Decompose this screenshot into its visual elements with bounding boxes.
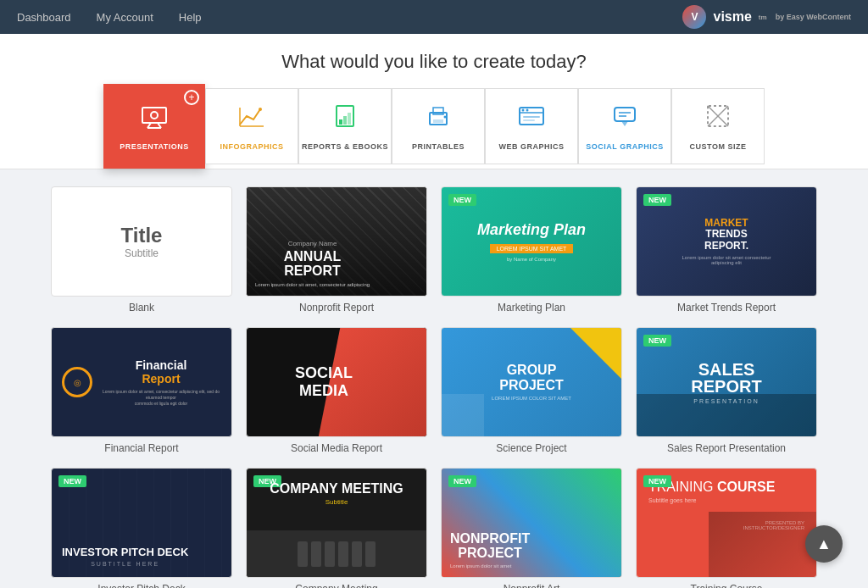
template-financial[interactable]: ◎ FinancialReport Lorem ipsum dolor sit … [51, 327, 232, 454]
template-company-meeting[interactable]: NEW COMPANY MEETING Subtitle Company Mee… [246, 468, 427, 588]
template-grid: Title Subtitle Blank Company Name ANNUAL… [51, 186, 817, 588]
social-icon [609, 101, 640, 137]
meeting-text: COMPANY MEETING [270, 481, 403, 496]
na-sub: Lorem ipsum dolor sit amet [450, 563, 511, 569]
template-sales-report[interactable]: NEW SALESREPORT PRESENTATION Sales Repor… [636, 327, 817, 454]
nav-help[interactable]: Help [179, 11, 202, 24]
svg-marker-23 [621, 121, 628, 126]
scroll-up-icon: ▲ [816, 535, 832, 553]
plus-icon: + [184, 90, 199, 105]
main-content: Title Subtitle Blank Company Name ANNUAL… [0, 169, 868, 588]
market-trends-thumb: NEW MARKETTRENDSREPORT. Lorem ipsum dolo… [636, 186, 817, 297]
tab-custom-size[interactable]: CUSTOM SIZE [671, 88, 765, 164]
svg-rect-21 [523, 119, 535, 121]
tab-reports[interactable]: REPORTS & EBOOKS [298, 88, 392, 164]
svg-point-19 [526, 108, 529, 111]
template-investor-pitch[interactable]: NEW INVESTOR PITCH DECK SUBTITLE HERE In… [51, 468, 232, 588]
social-media-thumb: SOCIALMEDIA [246, 327, 427, 437]
blank-title: Title [121, 224, 163, 247]
marketing-plan-name: Marketing Plan [441, 302, 622, 313]
nonprofit-text: Company Name ANNUALREPORT Lorem ipsum do… [255, 240, 370, 287]
art-new-badge: NEW [448, 475, 476, 487]
svg-rect-14 [433, 119, 443, 123]
tab-presentations[interactable]: + PRESENTATIONS [103, 84, 205, 169]
template-science-project[interactable]: GROUPPROJECTLOREM IPSUM COLOR SIT AMET S… [441, 327, 622, 454]
nonprofit-report-name: Nonprofit Report [246, 302, 427, 313]
meeting-sub: Subtitle [326, 498, 348, 506]
training-new-badge: NEW [643, 475, 671, 487]
na-text: NONPROFITPROJECT [450, 531, 530, 561]
web-icon [516, 101, 547, 137]
navbar: Dashboard My Account Help V visme tm by … [0, 0, 868, 34]
svg-point-5 [259, 108, 262, 111]
science-project-name: Science Project [441, 442, 622, 454]
training-sub: Subtitle goes here [648, 497, 696, 503]
sales-report-name: Sales Report Presentation [636, 442, 817, 454]
sales-new-badge: NEW [643, 335, 671, 347]
nav-dashboard[interactable]: Dashboard [17, 11, 71, 24]
infographics-icon [236, 101, 267, 137]
category-tabs: + PRESENTATIONS [0, 88, 868, 169]
brand-logo: V [682, 5, 706, 29]
financial-thumb: ◎ FinancialReport Lorem ipsum dolor sit … [51, 327, 232, 437]
marketing-new-badge: NEW [448, 194, 476, 206]
printables-icon [423, 101, 453, 137]
nav-account[interactable]: My Account [97, 11, 153, 24]
template-nonprofit-art[interactable]: NEW NONPROFITPROJECT Lorem ipsum dolor s… [441, 468, 622, 588]
template-marketing-plan[interactable]: NEW Marketing Plan LOREM IPSUM SIT AMET … [441, 186, 622, 313]
tab-printables[interactable]: PRINTABLES [392, 88, 485, 164]
market-trends-new-badge: NEW [643, 194, 671, 206]
gp-shape1 [570, 328, 621, 379]
investor-thumb: NEW INVESTOR PITCH DECK SUBTITLE HERE [51, 468, 232, 578]
template-nonprofit-report[interactable]: Company Name ANNUALREPORT Lorem ipsum do… [246, 186, 427, 313]
company-meeting-name: Company Meeting [246, 583, 427, 588]
marketing-thumb: NEW Marketing Plan LOREM IPSUM SIT AMET … [441, 186, 622, 297]
infographics-label: INFOGRAPHICS [220, 142, 283, 153]
investor-new-badge: NEW [58, 475, 86, 487]
market-trends-name: Market Trends Report [636, 302, 817, 313]
market-trends-inner: MARKETTRENDSREPORT. Lorem ipsum dolor si… [673, 209, 779, 274]
brand-name: visme [713, 9, 751, 25]
svg-rect-20 [523, 116, 540, 118]
tab-infographics[interactable]: INFOGRAPHICS [205, 88, 298, 164]
reports-icon [330, 101, 360, 137]
template-market-trends[interactable]: NEW MARKETTRENDSREPORT. Lorem ipsum dolo… [636, 186, 817, 313]
nonprofit-art-thumb: NEW NONPROFITPROJECT Lorem ipsum dolor s… [441, 468, 622, 578]
blank-name: Blank [51, 302, 232, 313]
svg-point-4 [151, 112, 158, 119]
reports-label: REPORTS & EBOOKS [302, 142, 388, 153]
template-blank[interactable]: Title Subtitle Blank [51, 186, 232, 313]
custom-icon [703, 101, 733, 137]
blank-thumb: Title Subtitle [51, 186, 232, 297]
financial-name: Financial Report [51, 442, 232, 454]
nonprofit-report-thumb: Company Name ANNUALREPORT Lorem ipsum do… [246, 186, 427, 297]
nav-links: Dashboard My Account Help [17, 11, 202, 24]
gp-shape2 [442, 394, 484, 436]
company-meeting-thumb: NEW COMPANY MEETING Subtitle [246, 468, 427, 578]
gp-text: GROUPPROJECTLOREM IPSUM COLOR SIT AMET [492, 363, 571, 402]
tab-social-graphics[interactable]: SOCIAL GRAPHICS [578, 88, 671, 164]
svg-rect-11 [348, 113, 351, 125]
blank-subtitle: Subtitle [125, 247, 159, 259]
training-name: Training Course [636, 583, 817, 588]
template-social-media[interactable]: SOCIALMEDIA Social Media Report [246, 327, 427, 454]
investor-pitch-name: Investor Pitch Deck [51, 583, 232, 588]
svg-rect-0 [142, 108, 166, 123]
presentations-icon [139, 101, 170, 137]
meeting-chairs [247, 530, 426, 577]
custom-size-label: CUSTOM SIZE [690, 142, 747, 153]
training-by: PRESENTED BYINSTRUCTOR/DESIGNER [648, 520, 804, 530]
svg-rect-22 [615, 108, 635, 121]
svg-point-18 [522, 108, 525, 111]
scroll-up-button[interactable]: ▲ [805, 525, 843, 563]
social-media-text: SOCIALMEDIA [295, 364, 353, 400]
svg-rect-10 [343, 116, 347, 125]
tab-web-graphics[interactable]: WEB GRAPHICS [485, 88, 578, 164]
svg-rect-9 [339, 119, 342, 125]
sr-text: SALESREPORT PRESENTATION [691, 361, 761, 404]
template-training[interactable]: NEW TRAINING COURSE Subtitle goes here P… [636, 468, 817, 588]
printables-label: PRINTABLES [412, 142, 465, 153]
nonprofit-art-name: Nonprofit Art [441, 583, 622, 588]
brand: V visme tm by Easy WebContent [682, 5, 851, 29]
social-graphics-label: SOCIAL GRAPHICS [586, 142, 663, 153]
